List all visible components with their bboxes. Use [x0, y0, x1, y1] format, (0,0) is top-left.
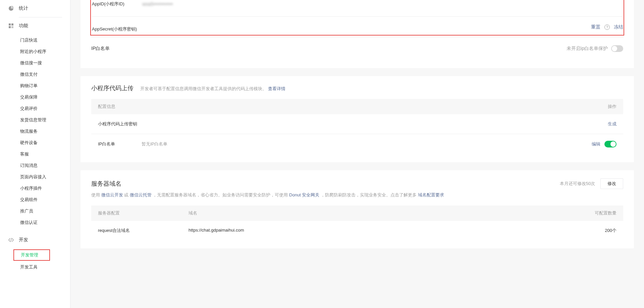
sidebar-nav-features[interactable]: 功能: [0, 17, 70, 35]
sidebar-item-store-delivery[interactable]: 门店快送: [0, 35, 70, 46]
upload-key-label: 小程序代码上传密钥: [98, 121, 142, 127]
sidebar-item-search[interactable]: 微信搜一搜: [0, 57, 70, 69]
domain-row-domain: https://chat.gdpaimaihui.com: [189, 228, 576, 234]
col-count: 可配置数量: [576, 210, 616, 216]
appsecret-label: AppSecret(小程序密钥): [92, 26, 142, 32]
appid-label: AppID(小程序ID): [92, 1, 142, 7]
generate-key-link[interactable]: 生成: [608, 121, 616, 127]
domain-row: request合法域名 https://chat.gdpaimaihui.com…: [91, 221, 623, 240]
sidebar-item-shipping[interactable]: 发货信息管理: [0, 114, 70, 126]
svg-rect-2: [9, 26, 11, 28]
help-icon[interactable]: ?: [604, 24, 610, 30]
sidebar-item-customer-service[interactable]: 客服: [0, 148, 70, 160]
dev-info-card: AppID(小程序ID) wxa5•••••••••••• AppSecret(…: [80, 0, 634, 68]
sidebar-item-wepay[interactable]: 微信支付: [0, 69, 70, 80]
upload-ip-toggle[interactable]: [604, 141, 616, 147]
sidebar-nav-develop[interactable]: 开发: [0, 232, 70, 249]
code-icon: [8, 237, 14, 243]
sidebar-item-trade-guarantee[interactable]: 交易保障: [0, 91, 70, 103]
sidebar-item-dev-tools[interactable]: 开发工具: [0, 261, 70, 273]
code-upload-card: 小程序代码上传 开发者可基于配置信息调用微信开发者工具提供的代码上传模块。 查看…: [80, 76, 634, 162]
sidebar-item-orders[interactable]: 购物订单: [0, 80, 70, 91]
server-domain-card: 服务器域名 本月还可修改50次 修改 使用 微信云开发 或 微信云托管 ，无需配…: [80, 170, 634, 248]
upload-key-row: 小程序代码上传密钥 生成: [91, 114, 623, 134]
cloud-host-link[interactable]: 微信云托管: [130, 192, 152, 197]
sidebar-section-label: 开发: [19, 237, 28, 243]
sidebar: 统计 功能 门店快送 附近的小程序 微信搜一搜 微信支付 购物订单 交易保障 交…: [0, 0, 70, 308]
grid-icon: [8, 23, 14, 29]
sidebar-section-label: 功能: [19, 23, 28, 29]
sidebar-section-label: 统计: [19, 5, 28, 11]
sidebar-item-trade-review[interactable]: 交易评价: [0, 103, 70, 114]
col-domain: 域名: [189, 210, 576, 216]
ip-whitelist-status: 未开启ip白名单保护: [567, 46, 608, 52]
freeze-secret-link[interactable]: 冻结: [614, 24, 623, 30]
sidebar-item-plugins[interactable]: 小程序插件: [0, 183, 70, 194]
edit-ip-link[interactable]: 编辑: [592, 141, 600, 147]
cloud-dev-link[interactable]: 微信云开发: [101, 192, 123, 197]
ip-whitelist-toggle[interactable]: [611, 45, 623, 52]
remaining-changes: 本月还可修改50次: [560, 181, 595, 187]
code-upload-title: 小程序代码上传: [91, 84, 133, 92]
svg-rect-3: [11, 26, 13, 28]
domain-config-req-link[interactable]: 域名配置要求: [418, 192, 444, 197]
sidebar-item-promoter[interactable]: 推广员: [0, 205, 70, 217]
sidebar-item-hardware[interactable]: 硬件设备: [0, 137, 70, 148]
sidebar-item-logistics[interactable]: 物流服务: [0, 126, 70, 137]
view-detail-link[interactable]: 查看详情: [268, 86, 285, 91]
svg-rect-0: [9, 23, 11, 25]
sidebar-item-subscribe[interactable]: 订阅消息: [0, 160, 70, 171]
upload-ip-value: 暂无IP白名单: [142, 141, 592, 147]
donut-gateway-link[interactable]: Donut 安全网关: [289, 192, 319, 197]
ip-whitelist-actions: 未开启ip白名单保护: [567, 45, 623, 52]
server-domain-title: 服务器域名: [91, 180, 121, 188]
config-table-header: 配置信息 操作: [91, 99, 623, 114]
appid-row: AppID(小程序ID) wxa5••••••••••••: [92, 0, 623, 16]
sidebar-item-dev-manage[interactable]: 开发管理: [13, 249, 50, 261]
domain-row-count: 200个: [576, 228, 616, 234]
code-upload-subtitle: 开发者可基于配置信息调用微信开发者工具提供的代码上传模块。 查看详情: [140, 86, 285, 92]
col-config-info: 配置信息: [98, 104, 583, 110]
upload-ip-row: IP白名单 暂无IP白名单 编辑: [91, 134, 623, 154]
ip-whitelist-label: IP白名单: [91, 46, 135, 52]
col-server-config: 服务器配置: [98, 210, 189, 216]
upload-ip-label: IP白名单: [98, 141, 142, 147]
modify-button[interactable]: 修改: [600, 178, 623, 189]
ip-whitelist-row: IP白名单 未开启ip白名单保护: [91, 37, 623, 60]
appid-value: wxa5••••••••••••: [142, 1, 173, 7]
svg-rect-1: [11, 23, 13, 25]
sidebar-item-nearby[interactable]: 附近的小程序: [0, 46, 70, 57]
sidebar-item-wechat-verify[interactable]: 微信认证: [0, 217, 70, 228]
main-content: AppID(小程序ID) wxa5•••••••••••• AppSecret(…: [70, 0, 644, 308]
col-action: 操作: [583, 104, 616, 110]
pie-chart-icon: [8, 5, 14, 11]
reset-secret-link[interactable]: 重置: [591, 24, 600, 30]
sidebar-item-page-content[interactable]: 页面内容接入: [0, 171, 70, 183]
sidebar-item-trade-component[interactable]: 交易组件: [0, 194, 70, 205]
server-domain-desc: 使用 微信云开发 或 微信云托管 ，无需配置服务器域名，省心省力。如业务访问需要…: [91, 192, 623, 199]
domain-row-name: request合法域名: [98, 228, 189, 234]
sidebar-nav-stats[interactable]: 统计: [0, 0, 70, 17]
domain-table-header: 服务器配置 域名 可配置数量: [91, 205, 623, 221]
